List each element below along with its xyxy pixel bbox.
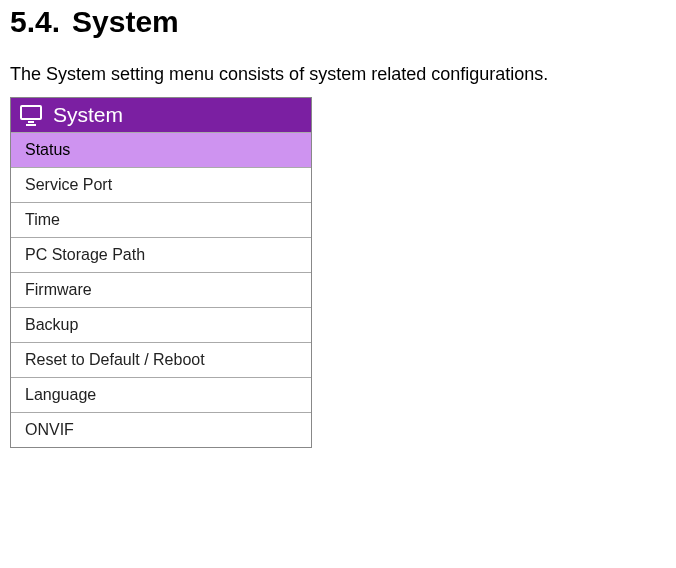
- system-menu-title: System: [53, 103, 123, 127]
- section-number: 5.4.: [10, 5, 60, 38]
- system-menu-panel: System StatusService PortTimePC Storage …: [10, 97, 312, 448]
- menu-item-pc-storage-path[interactable]: PC Storage Path: [11, 237, 311, 272]
- svg-rect-0: [21, 106, 41, 119]
- section-heading: 5.4.System: [10, 5, 666, 39]
- system-menu-header[interactable]: System: [11, 98, 311, 132]
- section-title: System: [72, 5, 179, 38]
- intro-text: The System setting menu consists of syst…: [10, 64, 666, 85]
- menu-item-firmware[interactable]: Firmware: [11, 272, 311, 307]
- menu-item-language[interactable]: Language: [11, 377, 311, 412]
- menu-item-onvif[interactable]: ONVIF: [11, 412, 311, 447]
- menu-item-backup[interactable]: Backup: [11, 307, 311, 342]
- system-menu-list: StatusService PortTimePC Storage PathFir…: [11, 132, 311, 447]
- menu-item-status[interactable]: Status: [11, 132, 311, 167]
- menu-item-reset-to-default-reboot[interactable]: Reset to Default / Reboot: [11, 342, 311, 377]
- monitor-icon: [19, 104, 43, 126]
- menu-item-service-port[interactable]: Service Port: [11, 167, 311, 202]
- menu-item-time[interactable]: Time: [11, 202, 311, 237]
